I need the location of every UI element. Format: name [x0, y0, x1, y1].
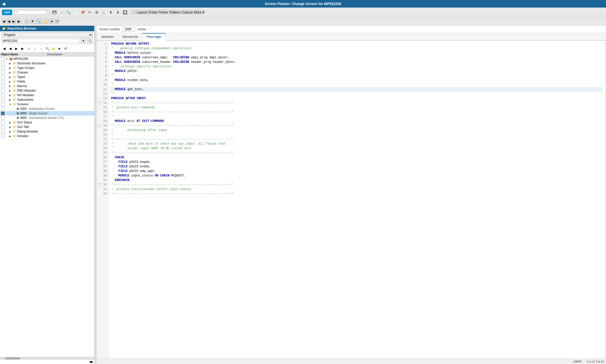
tree-checkbox-macros[interactable]: [1, 84, 5, 88]
tab-attributes[interactable]: Attributes: [97, 33, 118, 40]
tree-forward-button[interactable]: ▶: [14, 46, 19, 51]
tree-expand-button[interactable]: ↑: [32, 46, 38, 51]
expand-icon-gui-status[interactable]: ▶: [9, 121, 13, 124]
forward-button[interactable]: →: [58, 9, 64, 15]
tree-item-type-groups[interactable]: ▶📁Type Groups: [0, 66, 94, 70]
code-line-16[interactable]: *---------------------------------------…: [111, 110, 603, 114]
tree-checkbox-subroutines[interactable]: [1, 98, 5, 101]
tab-element-list[interactable]: Element list: [118, 33, 142, 40]
tree-refresh-button[interactable]: ↺: [63, 46, 68, 51]
tree-checkbox-mp922200[interactable]: [1, 57, 5, 61]
scroll-handle[interactable]: [5, 357, 20, 359]
code-line-13[interactable]: PROCESS AFTER INPUT.: [111, 96, 603, 101]
tool3-button[interactable]: ✂: [87, 9, 93, 15]
program-name-input[interactable]: [2, 39, 80, 43]
nav-forward-button[interactable]: ▶: [12, 19, 16, 24]
tool8-button[interactable]: 🔲: [122, 9, 128, 15]
tree-checkbox-dialog-modules[interactable]: [1, 130, 5, 133]
tree-item-screen-1000[interactable]: 🖥1000Initialization Screen: [0, 107, 94, 111]
name-dropdown-button[interactable]: ▼: [81, 38, 86, 44]
expand-icon-type-groups[interactable]: ▶: [9, 67, 13, 69]
expand-icon-subroutines[interactable]: ▶: [9, 98, 13, 101]
tree-favorite-button[interactable]: ★: [57, 46, 62, 51]
tab-flow-logic[interactable]: Flow logic: [142, 33, 166, 41]
code-line-21[interactable]: *: [111, 133, 603, 137]
tree-item-types[interactable]: ▶📁Types: [0, 75, 94, 79]
tree-item-mp922200[interactable]: ▼📦MP922200: [0, 57, 94, 61]
tree-checkbox-includes[interactable]: [1, 134, 5, 138]
layout-button[interactable]: → Layout: [132, 10, 147, 14]
tree-forward2-button[interactable]: ▶: [20, 46, 25, 51]
tree-item-gui-status[interactable]: ▶📁GUI Status: [0, 120, 94, 125]
check-button[interactable]: ✓: [25, 19, 29, 24]
expand-icon-pai-modules[interactable]: ▶: [9, 94, 13, 97]
panel-expand-right[interactable]: ▶: [91, 360, 93, 363]
tree-checkbox-pbo-modules[interactable]: [1, 89, 5, 92]
tree-item-dict-structures[interactable]: ▶📁Dictionary Structures: [0, 61, 94, 66]
code-line-25[interactable]: *---------------------------------------…: [111, 151, 603, 155]
code-line-29[interactable]: FIELD p9222-emp_appr.: [111, 169, 603, 173]
code-line-26[interactable]: CHAIN.: [111, 155, 603, 160]
tree-checkbox-screen-3000[interactable]: [1, 116, 5, 120]
tree-search-button[interactable]: 🔍: [44, 46, 50, 51]
more-button[interactable]: More ▾: [194, 10, 205, 14]
code-line-30[interactable]: MODULE input_status ON CHAIN-REQUEST.: [111, 173, 603, 178]
refresh-button[interactable]: ↺: [55, 19, 59, 24]
tree-checkbox-screens[interactable]: [1, 102, 5, 106]
tool1-button[interactable]: 📄: [72, 9, 79, 15]
expand-icon-dict-structures[interactable]: ▶: [9, 62, 13, 65]
fold-button-32[interactable]: □: [98, 183, 101, 186]
horizontal-scrollbar[interactable]: [0, 357, 94, 359]
favorite-button[interactable]: ★: [50, 19, 54, 24]
nav-back2-button[interactable]: ◀: [7, 19, 11, 24]
expand-icon-types[interactable]: ▶: [9, 76, 13, 79]
expand-icon-mp922200[interactable]: ▼: [6, 58, 9, 60]
tree-checkbox-type-groups[interactable]: [1, 66, 5, 70]
tree-item-screens[interactable]: ▼📁Screens: [0, 102, 94, 107]
code-line-11[interactable]: MODULE get_text.: [111, 87, 603, 92]
pretty-printer-button[interactable]: Pretty Printer: [148, 10, 168, 14]
search-button[interactable]: 🔍: [36, 19, 41, 24]
tool4-button[interactable]: ⚙: [94, 9, 100, 15]
tree-check-button[interactable]: ✓: [26, 46, 32, 51]
expand-icon-classes[interactable]: ▶: [9, 71, 13, 74]
code-line-12[interactable]: *: [111, 92, 603, 96]
expand-icon-gui-title[interactable]: ▶: [9, 126, 13, 128]
code-line-17[interactable]: *: [111, 114, 603, 119]
code-line-15[interactable]: * process exit commands: [111, 105, 603, 110]
tree-item-pai-modules[interactable]: ▶📁PAI Modules: [0, 93, 94, 97]
panel-collapse-left[interactable]: ◀: [89, 360, 91, 363]
code-line-1[interactable]: PROCESS BEFORE OUTPUT.: [111, 42, 603, 46]
expand-icon-pbo-modules[interactable]: ▶: [9, 89, 13, 92]
tree-checkbox-gui-status[interactable]: [1, 121, 5, 124]
code-line-23[interactable]: * check and mark if there was any input:…: [111, 142, 603, 146]
code-line-31[interactable]: ENDCHAIN.: [111, 178, 603, 183]
save-button[interactable]: 💾: [51, 9, 57, 15]
binoculars-button[interactable]: 🔍: [65, 9, 71, 15]
resize-handle[interactable]: ⋮: [95, 26, 97, 364]
fold-button-19[interactable]: □: [98, 124, 101, 127]
tree-item-dialog-modules[interactable]: ▶📁Dialog Modules: [0, 129, 94, 134]
code-line-2[interactable]: * general infotype-independent operation…: [111, 46, 603, 51]
code-line-6[interactable]: * infotype specific operations: [111, 64, 603, 69]
tree-checkbox-pai-modules[interactable]: [1, 93, 5, 97]
back-button[interactable]: ◀: [2, 2, 5, 6]
tree-item-includes[interactable]: ▶📁Includes: [0, 134, 94, 138]
code-line-27[interactable]: FIELD p9222-begda.: [111, 160, 603, 164]
tree-checkbox-types[interactable]: [1, 75, 5, 79]
tree-checkbox-dict-structures[interactable]: [1, 62, 5, 65]
expand-icon-dialog-modules[interactable]: ▶: [9, 130, 13, 133]
fold-button-14[interactable]: □: [98, 101, 101, 105]
code-line-33[interactable]: * process functioncodes before input-che…: [111, 187, 603, 192]
tree-item-pbo-modules[interactable]: ▶📁PBO Modules: [0, 88, 94, 93]
tree-checkbox-fields[interactable]: [1, 80, 5, 83]
tree-item-classes[interactable]: ▶📁Classes: [0, 70, 94, 75]
code-line-32[interactable]: *---------------------------------------…: [111, 183, 603, 187]
name-search-button[interactable]: 🔍: [87, 38, 93, 44]
code-line-4[interactable]: CALL SUBSCREEN subscreen_empl INCLUDING …: [111, 55, 603, 60]
tool6-button[interactable]: ⬆: [108, 9, 114, 15]
tree-back2-button[interactable]: ◀: [8, 46, 13, 51]
code-line-7[interactable]: MODULE p9222.: [111, 69, 603, 73]
expand-icon-macros[interactable]: ▶: [9, 85, 13, 88]
tool5-button[interactable]: ↕: [101, 9, 107, 15]
